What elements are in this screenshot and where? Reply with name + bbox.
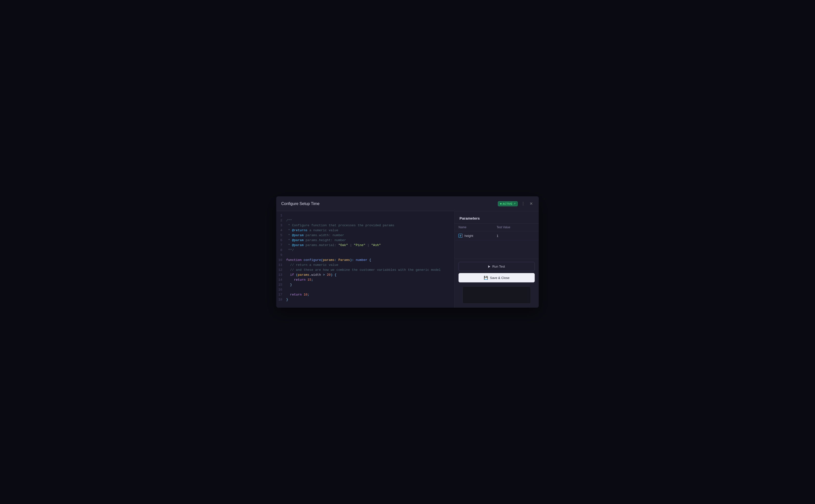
more-options-button[interactable]: ⋮	[520, 200, 526, 207]
code-line: 3 * Configure function that processes th…	[276, 223, 454, 228]
code-line: 14 return 15;	[276, 277, 454, 282]
param-name-height: # height	[458, 234, 497, 238]
param-value-height[interactable]	[497, 234, 535, 238]
code-line: 5 * @param params.width: number	[276, 233, 454, 238]
run-test-label: Run Test	[492, 265, 505, 268]
code-line: 17 return 10;	[276, 292, 454, 297]
code-editor-panel[interactable]: 1 2 /** 3 * Configure function that proc…	[276, 211, 454, 308]
status-dot	[500, 203, 501, 205]
modal-overlay: Configure Setup Time ACTIVE ↗ ⋮ ✕ 1	[0, 0, 815, 504]
run-test-button[interactable]: Run Test	[458, 262, 535, 271]
parameters-header: Parameters	[454, 211, 539, 224]
status-badge: ACTIVE ↗	[498, 201, 518, 206]
table-header: Name Test Value	[454, 224, 539, 231]
param-row-height: # height	[454, 231, 539, 240]
type-icon-number: #	[458, 234, 462, 238]
code-line: 15 }	[276, 282, 454, 287]
code-line: 16	[276, 287, 454, 292]
modal-title: Configure Setup Time	[281, 202, 320, 206]
params-footer: Run Test 💾 Save & Close	[454, 259, 539, 308]
param-label-height: height	[464, 234, 473, 238]
header-actions: ACTIVE ↗ ⋮ ✕	[498, 200, 534, 207]
play-icon	[488, 265, 490, 268]
code-line: 12 // and these are how we combine the c…	[276, 268, 454, 273]
code-line: 1	[276, 213, 454, 218]
code-line: 4 * @returns a numeric value	[276, 228, 454, 233]
col-value-header: Test Value	[497, 226, 535, 229]
status-icon: ↗	[513, 202, 515, 205]
code-line: 2 /**	[276, 218, 454, 223]
code-line: 13 if (params.width > 20) {	[276, 273, 454, 277]
parameters-title: Parameters	[459, 216, 480, 220]
code-line: 7 * @param params.material: "Oak" | "Pin…	[276, 243, 454, 248]
code-line: 6 * @param params.height: number	[276, 238, 454, 243]
save-close-button[interactable]: 💾 Save & Close	[458, 273, 535, 282]
code-line: 18 }	[276, 297, 454, 302]
status-label: ACTIVE	[502, 202, 512, 205]
save-icon: 💾	[484, 276, 488, 280]
code-line: 10 function configure(params: Params): n…	[276, 258, 454, 263]
modal-body: 1 2 /** 3 * Configure function that proc…	[276, 211, 539, 308]
param-input-height[interactable]	[497, 234, 535, 238]
save-close-label: Save & Close	[490, 276, 509, 280]
output-area	[462, 286, 531, 304]
modal-header: Configure Setup Time ACTIVE ↗ ⋮ ✕	[276, 196, 539, 211]
parameters-table: Name Test Value # height	[454, 224, 539, 241]
code-line: 9	[276, 253, 454, 258]
code-line: 8 **/	[276, 248, 454, 253]
configure-modal: Configure Setup Time ACTIVE ↗ ⋮ ✕ 1	[276, 196, 539, 308]
close-button[interactable]: ✕	[528, 200, 534, 207]
parameters-panel: Parameters Name Test Value # height	[454, 211, 539, 308]
col-name-header: Name	[458, 226, 497, 229]
code-line: 11 // return a numeric value	[276, 263, 454, 268]
